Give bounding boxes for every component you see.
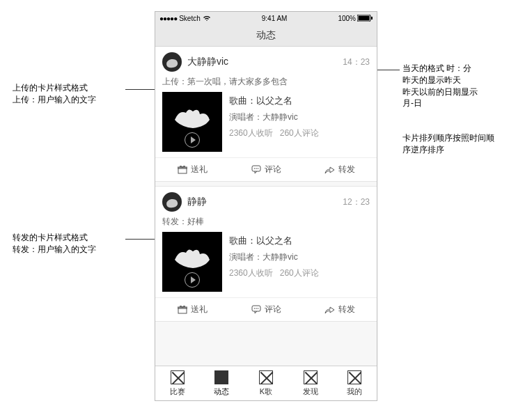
status-bar: ●●●●● Sketch 9:41 AM 100% bbox=[155, 12, 377, 24]
svg-point-14 bbox=[257, 308, 258, 309]
song-meta: 歌曲：以父之名 演唱者：大静静vic 2360人收听 260人评论 bbox=[229, 232, 319, 292]
song-row[interactable]: 歌曲：以父之名 演唱者：大静静vic 2360人收听 260人评论 bbox=[155, 232, 377, 297]
album-cover[interactable] bbox=[162, 232, 222, 292]
annotation-upload-text: 上传：用户输入的文字 bbox=[13, 94, 131, 106]
username[interactable]: 静静 bbox=[187, 196, 337, 208]
album-cover[interactable] bbox=[162, 92, 222, 152]
phone-frame: ●●●●● Sketch 9:41 AM 100% 动态 大静静vic 14：2… bbox=[155, 11, 377, 401]
tab-discover[interactable]: 发现 bbox=[288, 366, 333, 400]
status-left: ●●●●● Sketch bbox=[159, 15, 211, 22]
share-icon bbox=[324, 166, 335, 174]
song-row[interactable]: 歌曲：以父之名 演唱者：大静静vic 2360人收听 260人评论 bbox=[155, 92, 377, 157]
annotation-repost-text: 转发：用户输入的文字 bbox=[13, 244, 131, 256]
annotation-time-format-1: 当天的格式 时：分 bbox=[402, 63, 514, 75]
placeholder-icon bbox=[259, 370, 273, 384]
carrier-label: Sketch bbox=[179, 15, 201, 22]
status-time: 9:41 AM bbox=[262, 15, 288, 22]
avatar[interactable] bbox=[162, 52, 182, 72]
hands-icon bbox=[172, 106, 212, 131]
song-meta: 歌曲：以父之名 演唱者：大静静vic 2360人收听 260人评论 bbox=[229, 92, 319, 152]
tab-label: 发现 bbox=[303, 386, 318, 397]
song-artist: 演唱者：大静静vic bbox=[229, 111, 319, 123]
avatar[interactable] bbox=[162, 192, 182, 212]
comment-icon bbox=[251, 305, 261, 314]
tab-contest[interactable]: 比赛 bbox=[155, 366, 200, 400]
tab-me[interactable]: 我的 bbox=[332, 366, 377, 400]
annotation-repost-format: 转发的卡片样式格式 bbox=[13, 232, 131, 244]
annotation-time-format-3: 昨天以前的日期显示 bbox=[402, 86, 514, 98]
page-title: 动态 bbox=[256, 29, 276, 42]
post-caption: 转发：好棒 bbox=[155, 214, 377, 232]
listen-count: 2360人收听 bbox=[229, 268, 273, 278]
comment-count: 260人评论 bbox=[280, 128, 319, 138]
share-label: 转发 bbox=[338, 164, 355, 175]
placeholder-icon bbox=[304, 370, 318, 384]
card-header: 静静 12：23 bbox=[155, 187, 377, 214]
status-battery: 100% bbox=[338, 15, 373, 22]
tab-label: 比赛 bbox=[170, 386, 185, 397]
tab-feed[interactable]: 动态 bbox=[200, 366, 244, 400]
gift-icon bbox=[178, 165, 187, 174]
card-actions: 送礼 评论 转发 bbox=[155, 297, 377, 321]
post-time: 12：23 bbox=[343, 196, 370, 208]
tab-label: K歌 bbox=[260, 386, 272, 397]
comment-count: 260人评论 bbox=[280, 268, 319, 278]
annotation-time-format-4: 月-日 bbox=[402, 97, 514, 109]
gift-button[interactable]: 送礼 bbox=[155, 158, 229, 181]
annotation-sort-order-1: 卡片排列顺序按照时间顺 bbox=[402, 132, 521, 144]
card-header: 大静静vic 14：23 bbox=[155, 47, 377, 75]
comment-button[interactable]: 评论 bbox=[229, 298, 303, 321]
comment-label: 评论 bbox=[265, 304, 281, 315]
song-artist: 演唱者：大静静vic bbox=[229, 251, 319, 263]
annotation-upload-format: 上传的卡片样式格式 bbox=[13, 82, 131, 94]
song-stats: 2360人收听 260人评论 bbox=[229, 267, 319, 279]
tab-label: 动态 bbox=[214, 386, 229, 397]
placeholder-icon bbox=[214, 370, 228, 384]
listen-count: 2360人收听 bbox=[229, 128, 273, 138]
comment-label: 评论 bbox=[265, 164, 281, 175]
share-button[interactable]: 转发 bbox=[303, 158, 377, 181]
hands-icon bbox=[172, 246, 212, 271]
gift-label: 送礼 bbox=[191, 304, 208, 315]
feed-card: 大静静vic 14：23 上传：第一次唱，请大家多多包含 歌曲：以父之名 演唱者… bbox=[155, 47, 377, 182]
svg-rect-2 bbox=[371, 17, 373, 19]
share-icon bbox=[324, 306, 335, 314]
placeholder-icon bbox=[171, 370, 185, 384]
svg-rect-1 bbox=[359, 16, 370, 21]
comment-icon bbox=[251, 165, 261, 174]
battery-icon bbox=[357, 15, 373, 22]
song-title: 歌曲：以父之名 bbox=[229, 95, 319, 107]
wifi-icon bbox=[203, 15, 211, 22]
annotation-sort-order-2: 序逆序排序 bbox=[402, 144, 521, 156]
svg-point-13 bbox=[256, 308, 257, 309]
annotation-time-format-2: 昨天的显示昨天 bbox=[402, 75, 514, 86]
comment-button[interactable]: 评论 bbox=[229, 158, 303, 181]
card-actions: 送礼 评论 转发 bbox=[155, 157, 377, 181]
tab-karaoke[interactable]: K歌 bbox=[244, 366, 288, 400]
song-title: 歌曲：以父之名 bbox=[229, 235, 319, 247]
tab-bar: 比赛 动态 K歌 发现 我的 bbox=[155, 366, 377, 400]
svg-point-7 bbox=[256, 168, 257, 169]
gift-icon bbox=[178, 305, 187, 314]
placeholder-icon bbox=[347, 370, 361, 384]
play-icon[interactable] bbox=[185, 132, 200, 148]
battery-percent: 100% bbox=[338, 15, 356, 22]
svg-point-12 bbox=[253, 308, 255, 309]
username[interactable]: 大静静vic bbox=[187, 56, 337, 68]
share-button[interactable]: 转发 bbox=[303, 298, 377, 321]
feed-content[interactable]: 大静静vic 14：23 上传：第一次唱，请大家多多包含 歌曲：以父之名 演唱者… bbox=[155, 47, 377, 366]
signal-dots-icon: ●●●●● bbox=[159, 15, 177, 22]
gift-label: 送礼 bbox=[191, 164, 208, 175]
svg-point-8 bbox=[257, 168, 258, 169]
post-time: 14：23 bbox=[343, 56, 370, 68]
nav-bar: 动态 bbox=[155, 24, 377, 47]
svg-point-6 bbox=[253, 168, 255, 169]
play-icon[interactable] bbox=[185, 272, 200, 288]
gift-button[interactable]: 送礼 bbox=[155, 298, 229, 321]
share-label: 转发 bbox=[338, 304, 355, 315]
song-stats: 2360人收听 260人评论 bbox=[229, 127, 319, 139]
post-caption: 上传：第一次唱，请大家多多包含 bbox=[155, 75, 377, 92]
tab-label: 我的 bbox=[347, 386, 362, 397]
feed-card: 静静 12：23 转发：好棒 歌曲：以父之名 演唱者：大静静vic 2360人收… bbox=[155, 186, 377, 322]
